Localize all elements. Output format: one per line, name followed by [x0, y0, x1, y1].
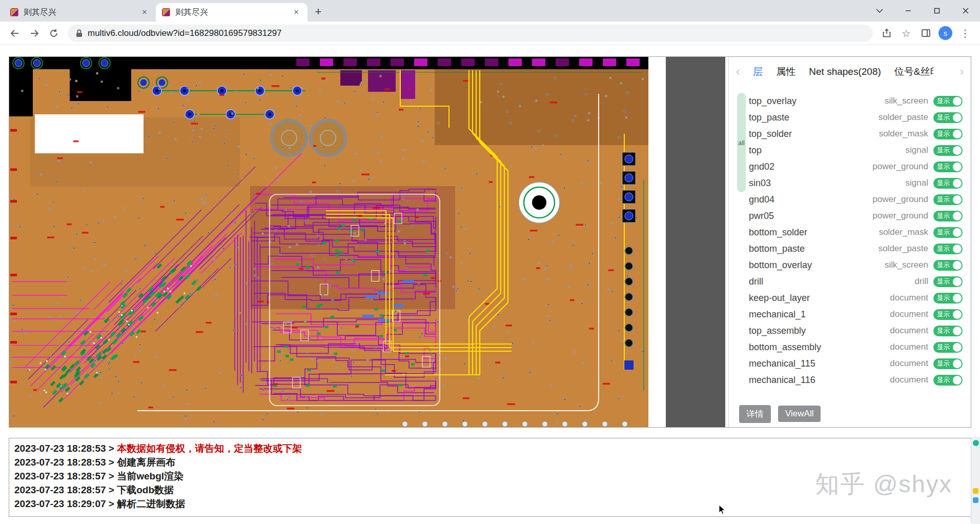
layer-visibility-toggle[interactable]: 显示: [933, 227, 963, 238]
widget-yellow-dot[interactable]: [973, 488, 978, 494]
log-timestamp: 2023-07-23 18:28:53 >: [14, 443, 117, 454]
layer-row: mechanical_116document显示: [749, 372, 963, 388]
layer-name: bottom_paste: [749, 244, 805, 254]
tab-layers[interactable]: 层: [753, 65, 763, 78]
chevron-left-icon[interactable]: ‹: [736, 65, 740, 78]
avatar[interactable]: s: [938, 26, 952, 40]
new-tab-button[interactable]: +: [311, 4, 326, 19]
layer-name: top_overlay: [749, 96, 797, 107]
tab-strip: 则其尽兴 × 则其尽兴 × +: [0, 0, 865, 22]
layer-visibility-toggle[interactable]: 显示: [933, 358, 963, 369]
log-timestamp: 2023-07-23 18:28:53 >: [14, 457, 117, 468]
share-icon: [883, 29, 891, 37]
layer-visibility-toggle[interactable]: 显示: [933, 293, 963, 304]
layer-visibility-toggle[interactable]: 显示: [933, 211, 963, 221]
toggle-label: 显示: [937, 310, 950, 319]
browser-tab-2[interactable]: 则其尽兴 ×: [156, 3, 308, 22]
layer-visibility-toggle[interactable]: 显示: [933, 375, 963, 386]
layer-type: document: [890, 375, 928, 385]
layer-visibility-toggle[interactable]: 显示: [933, 145, 963, 156]
log-message: 创建离屏画布: [117, 457, 175, 468]
layer-visibility-toggle[interactable]: 显示: [933, 194, 963, 205]
browser-titlebar: 则其尽兴 × 则其尽兴 × +: [0, 0, 980, 22]
toggle-label: 显示: [937, 212, 950, 220]
browser-menu-button[interactable]: ⋮: [956, 25, 974, 42]
layer-visibility-toggle[interactable]: 显示: [933, 129, 963, 139]
tab-search-button[interactable]: [865, 0, 894, 22]
layer-visibility-toggle[interactable]: 显示: [933, 244, 963, 254]
layer-name: gnd02: [749, 162, 774, 172]
tab-title: 则其尽兴: [24, 7, 134, 18]
toggle-knob: [953, 212, 962, 220]
close-tab-icon[interactable]: ×: [139, 7, 150, 17]
view-all-button[interactable]: ViewAll: [778, 406, 821, 422]
mouse-cursor: [719, 505, 728, 515]
layer-visibility-toggle[interactable]: 显示: [933, 342, 963, 353]
layer-type: document: [890, 326, 928, 336]
minimize-icon: [905, 8, 911, 14]
layer-list: top_overlaysilk_screen显示top_pastesolder_…: [749, 93, 963, 388]
panel-tabs: ‹ 层 属性 Net shapes(208) 位号&丝印 ›: [729, 57, 971, 87]
layer-name: mechanical_1: [749, 309, 806, 320]
layer-group-all[interactable]: all: [737, 93, 746, 192]
layer-type: drill: [915, 276, 928, 287]
layer-row: mechanical_1document显示: [749, 306, 963, 323]
close-tab-icon[interactable]: ×: [291, 7, 301, 17]
toggle-label: 显示: [937, 343, 950, 352]
browser-tab-1[interactable]: 则其尽兴 ×: [4, 3, 156, 22]
layer-type: document: [890, 293, 928, 303]
bookmark-button[interactable]: ☆: [897, 25, 915, 42]
layer-row: topsignal显示: [749, 142, 963, 158]
layer-visibility-toggle[interactable]: 显示: [933, 309, 963, 320]
tab-net-shapes[interactable]: Net shapes(208): [809, 66, 881, 77]
log-message: 当前webgl渲染: [117, 471, 183, 481]
toggle-knob: [953, 277, 962, 286]
tab-title: 则其尽兴: [175, 7, 286, 18]
widget-teal-dot[interactable]: [973, 440, 979, 446]
layer-visibility-toggle[interactable]: 显示: [933, 276, 963, 287]
toggle-label: 显示: [937, 146, 950, 155]
address-bar[interactable]: multiv6.cloud/odbview?id=168298016957983…: [68, 25, 873, 42]
back-button[interactable]: [6, 25, 24, 42]
layer-type: solder_mask: [879, 227, 928, 237]
share-button[interactable]: [878, 25, 895, 42]
toggle-knob: [953, 376, 962, 385]
back-icon: [10, 29, 19, 37]
toggle-label: 显示: [937, 359, 950, 368]
watermark: 知乎 @shyx: [815, 468, 952, 500]
layer-visibility-toggle[interactable]: 显示: [933, 260, 963, 271]
site-favicon: [162, 8, 170, 16]
log-timestamp: 2023-07-23 18:29:07 >: [14, 498, 117, 509]
toggle-label: 显示: [937, 195, 950, 204]
toggle-knob: [953, 195, 962, 204]
toggle-label: 显示: [937, 130, 950, 138]
forward-button[interactable]: [26, 25, 43, 42]
layer-visibility-toggle[interactable]: 显示: [933, 96, 963, 107]
minimize-button[interactable]: [894, 0, 923, 22]
layer-visibility-toggle[interactable]: 显示: [933, 178, 963, 189]
widget-blue-dot[interactable]: [973, 497, 978, 503]
layer-type: power_ground: [872, 211, 928, 221]
layer-type: silk_screen: [885, 96, 928, 106]
close-window-button[interactable]: [951, 0, 980, 22]
maximize-button[interactable]: [923, 0, 951, 22]
toggle-knob: [953, 113, 962, 122]
layer-visibility-toggle[interactable]: 显示: [933, 162, 963, 172]
browser-toolbar: multiv6.cloud/odbview?id=168298016957983…: [0, 22, 980, 45]
pcb-canvas[interactable]: [9, 57, 648, 427]
layer-name: top_solder: [749, 129, 792, 139]
chevron-right-icon[interactable]: ›: [960, 65, 964, 78]
toggle-label: 显示: [937, 376, 950, 385]
side-panel-button[interactable]: [917, 25, 934, 42]
log-line: 2023-07-23 18:28:53 > 本数据如有侵权，请告知，定当整改或下…: [14, 441, 966, 455]
toggle-knob: [953, 294, 962, 303]
tab-designators[interactable]: 位号&丝印: [894, 65, 933, 78]
detail-button[interactable]: 详情: [739, 405, 771, 423]
tab-properties[interactable]: 属性: [776, 65, 795, 78]
layer-visibility-toggle[interactable]: 显示: [933, 326, 963, 336]
layer-row: top_assemblydocument显示: [749, 323, 963, 339]
layer-name: keep-out_layer: [749, 293, 810, 304]
toggle-knob: [953, 146, 962, 155]
reload-button[interactable]: [45, 25, 63, 42]
layer-visibility-toggle[interactable]: 显示: [933, 112, 963, 123]
